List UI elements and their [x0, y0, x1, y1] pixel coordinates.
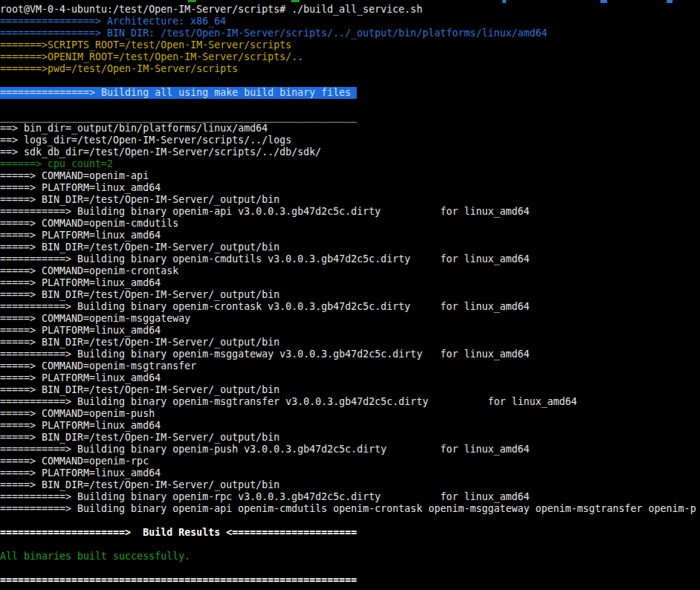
terminal-line: ===========> Building binary openim-msgt… — [0, 396, 700, 408]
terminal-line — [0, 99, 700, 111]
terminal-line: ==> sdk_db_dir=/test/Open-IM-Server/scri… — [0, 146, 700, 158]
terminal-line: ===========> Building binary openim-cmdu… — [0, 253, 700, 265]
terminal-line: =====> COMMAND=openim-cmdutils — [0, 218, 700, 230]
terminal-line: ===========> Building binary openim-api … — [0, 503, 700, 515]
terminal-line: ========================================… — [0, 574, 700, 586]
terminal-line: =====> BIN_DIR=/test/Open-IM-Server/_out… — [0, 241, 700, 253]
terminal-line: =====> COMMAND=openim-msgtransfer — [0, 360, 700, 372]
terminal-line: =====> PLATFORM=linux_amd64 — [0, 325, 700, 337]
terminal-line: ===========> Building binary openim-rpc … — [0, 491, 700, 503]
clipped-line-fragment — [502, 0, 506, 3]
terminal-line: ================> Architecture: x86_64 — [0, 16, 700, 27]
terminal-line: =====> COMMAND=openim-push — [0, 408, 700, 420]
terminal-line: ================> BIN_DIR: /test/Open-IM… — [0, 27, 700, 39]
clipped-line-fragment — [600, 0, 607, 3]
terminal-line: ==> logs_dir=/test/Open-IM-Server/script… — [0, 134, 700, 146]
terminal-line — [0, 539, 700, 551]
terminal-screen[interactable]: root@VM-0-4-ubuntu:/test/Open-IM-Server/… — [0, 0, 700, 590]
terminal-line: ===========> Building binary openim-api … — [0, 206, 700, 218]
terminal-line — [0, 563, 700, 574]
terminal-line: =====> PLATFORM=linux_amd64 — [0, 277, 700, 289]
terminal-line: ======> cpu_count=2 — [0, 158, 700, 170]
terminal-line: =====> BIN_DIR=/test/Open-IM-Server/_out… — [0, 479, 700, 491]
terminal-line: =====================> Build Results <==… — [0, 527, 700, 539]
clipped-line-fragment — [667, 0, 673, 3]
terminal-line: =====> BIN_DIR=/test/Open-IM-Server/_out… — [0, 432, 700, 444]
terminal-line: =====> BIN_DIR=/test/Open-IM-Server/_out… — [0, 384, 700, 396]
terminal-line: =====> COMMAND=openim-crontask — [0, 265, 700, 277]
terminal-line: =====> PLATFORM=linux_amd64 — [0, 182, 700, 194]
terminal-line: =======>pwd=/test/Open-IM-Server/scripts — [0, 63, 700, 75]
terminal-line: All binaries built successfully. — [0, 551, 700, 563]
terminal-line: ________________________________________… — [0, 111, 700, 123]
terminal-line: =======>OPENIM_ROOT=/test/Open-IM-Server… — [0, 51, 700, 63]
terminal-line: =====> COMMAND=openim-rpc — [0, 456, 700, 467]
terminal-line: =======>SCRIPTS_ROOT=/test/Open-IM-Serve… — [0, 39, 700, 51]
terminal-line: ===========> Building binary openim-push… — [0, 444, 700, 456]
terminal-line: =====> BIN_DIR=/test/Open-IM-Server/_out… — [0, 337, 700, 349]
terminal-line: =====> PLATFORM=linux_amd64 — [0, 467, 700, 479]
terminal-line: =====> PLATFORM=linux_amd64 — [0, 420, 700, 432]
terminal-line: =====> PLATFORM=linux_amd64 — [0, 372, 700, 384]
terminal-line — [0, 515, 700, 527]
terminal-line: =====> PLATFORM=linux_amd64 — [0, 230, 700, 241]
terminal-line: ===========> Building binary openim-cron… — [0, 301, 700, 313]
terminal-line: =====> BIN_DIR=/test/Open-IM-Server/_out… — [0, 194, 700, 206]
terminal-line: root@VM-0-4-ubuntu:/test/Open-IM-Server/… — [0, 4, 700, 16]
clipped-line-fragment — [291, 0, 299, 2]
terminal-line — [0, 75, 700, 87]
terminal-line: =====> COMMAND=openim-msggateway — [0, 313, 700, 325]
terminal-line: =====> BIN_DIR=/test/Open-IM-Server/_out… — [0, 289, 700, 301]
clipped-line-fragment — [188, 0, 196, 2]
terminal-line: ===========> Building binary openim-msgg… — [0, 349, 700, 360]
terminal-line: ===============> Building all using make… — [0, 87, 357, 99]
terminal-line: =====> COMMAND=openim-api — [0, 170, 700, 182]
terminal-line: ==> bin_dir=_output/bin/platforms/linux/… — [0, 123, 700, 134]
